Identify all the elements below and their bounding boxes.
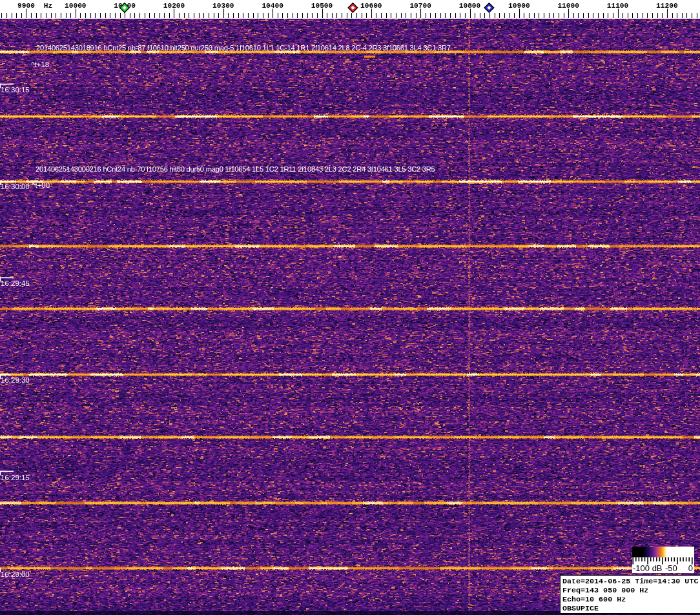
svg-text:10400: 10400 [262, 2, 283, 10]
svg-text:10200: 10200 [163, 2, 185, 10]
svg-text:10500: 10500 [311, 2, 333, 10]
svg-text:10900: 10900 [508, 2, 530, 10]
svg-text:Hz: Hz [44, 2, 52, 10]
svg-text:11200: 11200 [656, 2, 678, 10]
svg-text:10000: 10000 [65, 2, 87, 10]
svg-text:9900: 9900 [17, 2, 35, 10]
svg-text:10300: 10300 [212, 2, 234, 10]
svg-text:11000: 11000 [557, 2, 579, 10]
svg-text:10800: 10800 [459, 2, 481, 10]
svg-text:11100: 11100 [607, 2, 629, 10]
svg-text:10700: 10700 [409, 2, 431, 10]
svg-text:10600: 10600 [360, 2, 382, 10]
